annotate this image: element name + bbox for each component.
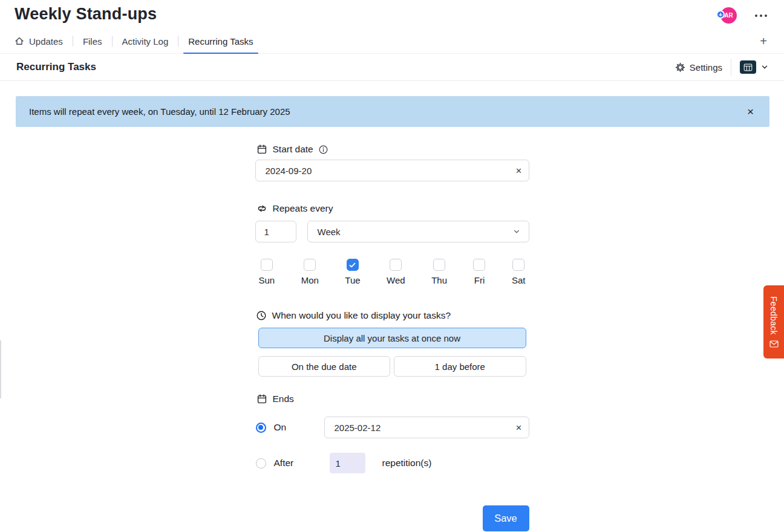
tab-label: Activity Log — [122, 36, 169, 47]
checkbox-icon[interactable] — [304, 259, 316, 271]
days-row: SunMonTueWedThuFriSat — [255, 259, 529, 285]
clock-icon — [256, 310, 267, 321]
tab-recurring-tasks[interactable]: Recurring Tasks — [178, 29, 263, 53]
display-options: Display all your tasks at once now On th… — [255, 328, 529, 377]
display-option-day-before[interactable]: 1 day before — [394, 356, 526, 377]
tab-label: Recurring Tasks — [188, 36, 253, 47]
tab-files[interactable]: Files — [73, 29, 112, 53]
checkbox-icon[interactable] — [433, 259, 445, 271]
day-label: Fri — [474, 275, 485, 285]
info-icon[interactable] — [319, 145, 328, 154]
day-tue[interactable]: Tue — [345, 259, 360, 285]
add-tab-button[interactable]: + — [757, 35, 769, 47]
unit-select[interactable]: Week — [307, 221, 529, 242]
chevron-down-icon[interactable] — [761, 63, 768, 71]
repeat-icon — [256, 203, 267, 214]
repetitions-input[interactable] — [330, 453, 365, 473]
day-sun[interactable]: Sun — [259, 259, 275, 285]
day-label: Sat — [512, 275, 526, 285]
day-mon[interactable]: Mon — [301, 259, 319, 285]
start-date-label-row: Start date — [256, 143, 529, 156]
recurrence-info-banner: Items will repeat every week, on Tuesday… — [16, 96, 769, 127]
scroll-indicator — [0, 340, 1, 398]
add-member-badge[interactable]: + — [716, 10, 725, 19]
display-option-all-now[interactable]: Display all your tasks at once now — [258, 328, 526, 348]
envelope-icon — [769, 340, 779, 348]
page: Weekly Stand-ups AR + Updates Files Acti… — [0, 0, 784, 532]
gear-icon — [675, 62, 685, 73]
display-question-label: When would you like to display your task… — [272, 310, 451, 321]
header-right: AR + — [719, 7, 769, 24]
display-question-row: When would you like to display your task… — [256, 309, 529, 322]
day-wed[interactable]: Wed — [387, 259, 405, 285]
calendar-icon — [256, 394, 267, 404]
day-label: Sun — [259, 275, 275, 285]
tab-updates[interactable]: Updates — [15, 29, 73, 53]
view-selector[interactable] — [740, 60, 768, 74]
checkbox-icon[interactable] — [512, 259, 524, 271]
repeats-every-label: Repeats every — [273, 203, 333, 214]
tab-label: Files — [83, 36, 102, 47]
ends-label: Ends — [273, 394, 294, 404]
day-label: Mon — [301, 275, 319, 285]
day-label: Wed — [387, 275, 405, 285]
ends-on-row: On × — [255, 417, 529, 438]
repetitions-suffix: repetition(s) — [382, 458, 432, 469]
interval-input[interactable] — [255, 221, 296, 242]
clear-end-date-icon[interactable]: × — [516, 423, 522, 433]
tab-label: Updates — [29, 36, 63, 47]
avatar[interactable]: AR + — [719, 7, 737, 24]
header: Weekly Stand-ups AR + — [0, 0, 784, 29]
day-label: Thu — [431, 275, 447, 285]
ends-on-label: On — [274, 422, 324, 433]
ends-after-radio[interactable] — [256, 458, 266, 469]
toolbar-right: Settings — [675, 59, 768, 76]
day-sat[interactable]: Sat — [512, 259, 526, 285]
end-date-field: × — [324, 417, 529, 438]
display-option-row: On the due date 1 day before — [258, 356, 526, 377]
chevron-down-icon — [513, 228, 520, 235]
feedback-tab[interactable]: Feedback — [763, 285, 784, 358]
unit-value: Week — [318, 227, 341, 237]
ends-after-row: After repetition(s) — [255, 453, 529, 473]
section-title: Recurring Tasks — [16, 61, 96, 73]
checkbox-icon[interactable] — [390, 259, 402, 271]
home-icon — [15, 36, 24, 46]
ends-on-radio[interactable] — [256, 423, 266, 433]
repeats-row: Week — [255, 221, 529, 242]
tab-bar: Updates Files Activity Log Recurring Tas… — [0, 29, 784, 54]
feedback-label: Feedback — [769, 296, 779, 335]
start-date-field: × — [255, 160, 529, 181]
toolbar-divider — [731, 59, 731, 76]
settings-label: Settings — [690, 62, 722, 73]
banner-text: Items will repeat every week, on Tuesday… — [29, 106, 290, 117]
checkbox-icon[interactable] — [261, 259, 273, 271]
save-row: Save — [255, 505, 529, 531]
day-fri[interactable]: Fri — [473, 259, 485, 285]
end-date-input[interactable] — [324, 417, 529, 438]
repeats-label-row: Repeats every — [256, 202, 529, 215]
clear-start-date-icon[interactable]: × — [516, 166, 522, 176]
banner-close-icon[interactable]: × — [745, 105, 756, 118]
tab-activity-log[interactable]: Activity Log — [113, 29, 178, 53]
calendar-icon — [256, 144, 267, 155]
toolbar: Recurring Tasks Settings — [0, 54, 784, 81]
display-option-due-date[interactable]: On the due date — [258, 356, 391, 377]
checkbox-icon[interactable] — [473, 259, 485, 271]
ends-after-label: After — [274, 458, 330, 469]
settings-button[interactable]: Settings — [675, 62, 722, 73]
recurring-task-form: Start date × Repeats every Week SunM — [255, 143, 529, 531]
ends-label-row: Ends — [256, 392, 529, 406]
day-thu[interactable]: Thu — [431, 259, 447, 285]
day-label: Tue — [345, 275, 360, 285]
calendar-view-icon[interactable] — [740, 60, 756, 74]
start-date-label: Start date — [273, 144, 313, 155]
save-button[interactable]: Save — [483, 505, 529, 531]
checkbox-checked-icon[interactable] — [347, 259, 359, 271]
more-menu-icon[interactable] — [753, 12, 769, 19]
start-date-input[interactable] — [255, 160, 529, 181]
page-title: Weekly Stand-ups — [15, 5, 157, 24]
